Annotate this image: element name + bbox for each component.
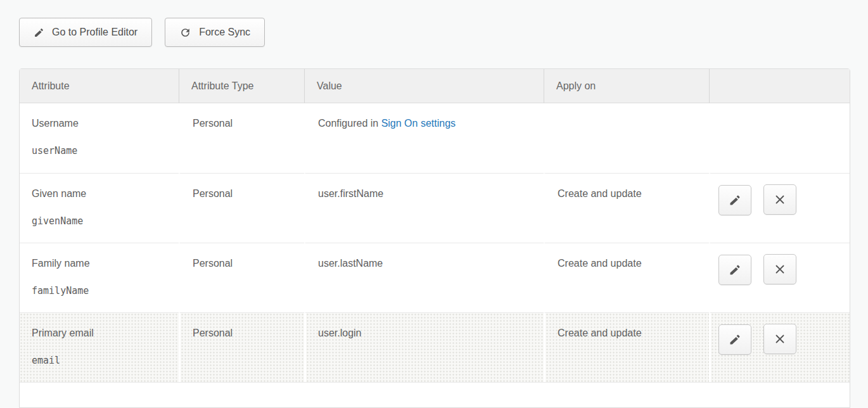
attribute-row: Given name givenName Personal user.first… [20,173,850,243]
attribute-type-cell: Personal [179,243,304,312]
attribute-variable-name: familyName [32,285,172,296]
close-icon [773,262,787,276]
attribute-cell: Family name familyName [20,243,179,312]
apply-on-cell [544,103,709,173]
attribute-label: Primary email [32,328,172,339]
pencil-icon [729,194,741,207]
page: Go to Profile Editor Force Sync Attribut… [0,0,868,408]
row-actions [709,173,850,243]
header-apply-on: Apply on [544,69,709,103]
attribute-variable-name: email [32,355,172,366]
row-actions [709,243,850,312]
go-to-profile-editor-button[interactable]: Go to Profile Editor [19,18,152,47]
table-body: Username userName Personal Configured in… [20,103,850,407]
value-cell: user.firstName [304,173,544,243]
apply-on-cell: Create and update [544,243,709,312]
remove-attribute-button[interactable] [763,254,796,284]
attribute-variable-name: givenName [32,215,172,227]
attribute-row: Primary email email Personal user.login … [20,312,850,382]
pencil-icon [729,333,741,346]
pencil-icon [34,27,44,38]
attribute-type-cell: Personal [179,103,304,173]
value-text: user.lastName [318,258,383,269]
value-text: user.firstName [318,188,383,199]
value-prefix: Configured in [318,118,381,129]
edit-attribute-button[interactable] [718,324,751,355]
remove-attribute-button[interactable] [763,184,796,215]
pencil-icon [729,264,741,276]
value-cell: user.login [304,312,544,382]
apply-on-cell: Create and update [544,173,709,243]
value-cell: Configured in Sign On settings [304,103,544,173]
attribute-label: Family name [32,258,172,269]
header-attribute-type: Attribute Type [179,69,304,103]
header-actions [709,69,850,103]
force-sync-button[interactable]: Force Sync [165,18,265,47]
edit-attribute-button[interactable] [718,255,751,285]
attribute-type-cell: Personal [179,173,304,243]
force-sync-label: Force Sync [199,27,250,38]
attribute-label: Given name [32,188,172,200]
edit-attribute-button[interactable] [718,185,751,215]
attribute-row: Family name familyName Personal user.las… [20,243,850,312]
header-value: Value [304,69,544,103]
go-to-profile-editor-label: Go to Profile Editor [52,27,137,38]
apply-on-cell: Create and update [544,312,709,382]
attribute-cell: Given name givenName [20,173,179,243]
refresh-icon [179,27,191,39]
attribute-variable-name: userName [32,145,172,156]
attribute-cell: Primary email email [20,312,179,382]
attribute-label: Username [32,118,172,129]
toolbar: Go to Profile Editor Force Sync [19,18,868,47]
attribute-row: Username userName Personal Configured in… [20,103,850,173]
attribute-cell: Username userName [20,103,179,173]
close-icon [773,332,787,346]
sign-on-settings-link[interactable]: Sign On settings [381,118,456,129]
close-icon [773,193,787,207]
attribute-type-cell: Personal [179,312,304,382]
table-header-row: Attribute Attribute Type Value Apply on [20,69,850,103]
attributes-table: Attribute Attribute Type Value Apply on … [19,68,850,408]
empty-next-row [20,382,850,407]
value-text: user.login [318,328,362,338]
value-cell: user.lastName [304,243,544,312]
row-actions [709,312,850,382]
header-attribute: Attribute [20,69,179,103]
remove-attribute-button[interactable] [763,324,796,354]
